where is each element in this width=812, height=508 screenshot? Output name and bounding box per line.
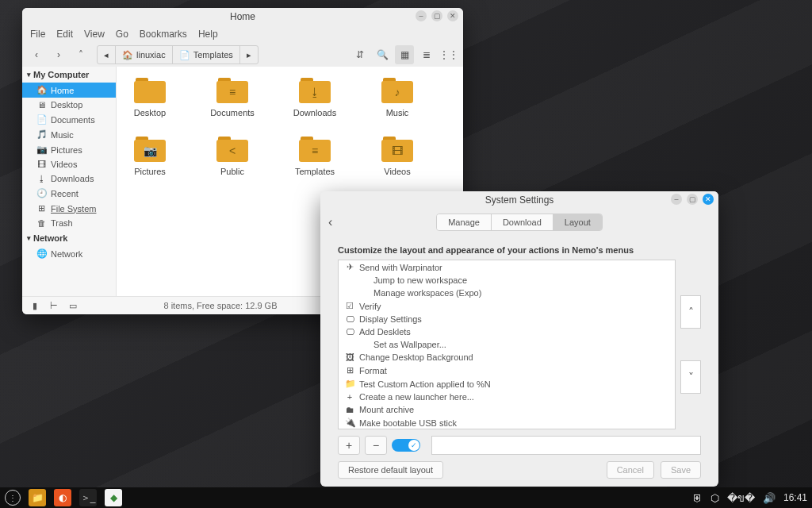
tab-download[interactable]: Download xyxy=(492,214,553,230)
section-title: Customize the layout and appearance of y… xyxy=(338,245,701,255)
minimize-button[interactable]: – xyxy=(416,10,427,21)
sidebar-item-trash[interactable]: 🗑Trash xyxy=(22,216,116,230)
folder-pictures[interactable]: 📷Pictures xyxy=(124,137,175,176)
sidebar-item-pictures[interactable]: 📷Pictures xyxy=(22,142,116,157)
settings-header: ‹ ManageDownloadLayout xyxy=(320,209,718,236)
action-item[interactable]: ⊞Format xyxy=(339,364,675,377)
cancel-button[interactable]: Cancel xyxy=(607,461,654,479)
menu-file[interactable]: File xyxy=(30,29,45,40)
terminal-task-icon[interactable]: ＞_ xyxy=(79,489,97,506)
status-text: 8 items, Free space: 12.9 GB xyxy=(163,301,277,310)
enable-toggle[interactable]: ✓ xyxy=(392,439,420,452)
menu-view[interactable]: View xyxy=(84,29,105,40)
maximize-button[interactable]: ▢ xyxy=(431,10,442,21)
action-item[interactable]: Set as Wallpaper... xyxy=(339,338,675,351)
path-expand[interactable]: ▸ xyxy=(240,46,258,64)
settings-back-button[interactable]: ‹ xyxy=(328,215,332,229)
places-view-icon[interactable]: ▮ xyxy=(29,299,41,312)
restore-default-button[interactable]: Restore default layout xyxy=(338,461,443,479)
close-button[interactable]: ✕ xyxy=(703,194,714,205)
tree-view-icon[interactable]: ⊢ xyxy=(48,299,60,312)
move-up-button[interactable]: ˄ xyxy=(680,295,701,329)
nemo-title: Home xyxy=(230,11,255,22)
move-down-button[interactable]: ˅ xyxy=(680,360,701,394)
start-menu-icon[interactable]: ⋮ xyxy=(5,490,21,506)
sidebar-item-downloads[interactable]: ⭳Downloads xyxy=(22,171,116,186)
tab-layout[interactable]: Layout xyxy=(553,214,602,230)
files-task-icon[interactable]: 📁 xyxy=(29,489,46,506)
folder-desktop[interactable]: Desktop xyxy=(124,78,175,117)
folder-videos[interactable]: 🎞Videos xyxy=(372,137,423,176)
maximize-button[interactable]: ▢ xyxy=(687,194,698,205)
path-segment[interactable]: 📄Templates xyxy=(173,46,240,64)
menu-edit[interactable]: Edit xyxy=(56,29,73,40)
settings-title: System Settings xyxy=(485,194,554,206)
menu-go[interactable]: Go xyxy=(116,29,128,40)
updates-tray-icon[interactable]: ⛨ xyxy=(692,492,703,504)
icon-view-button[interactable]: ▦ xyxy=(395,45,414,64)
folder-downloads[interactable]: ⭳Downloads xyxy=(289,78,340,117)
folder-documents[interactable]: ≡Documents xyxy=(207,78,258,117)
sidebar-item-network[interactable]: 🌐Network xyxy=(22,246,116,261)
volume-tray-icon[interactable]: 🔊 xyxy=(763,492,776,504)
sidebar-item-music[interactable]: 🎵Music xyxy=(22,127,116,142)
sidebar-item-file-system[interactable]: ⊞File System xyxy=(22,201,116,216)
action-item[interactable]: 📁Test Custom Action applied to %N xyxy=(339,377,675,391)
action-name-input[interactable] xyxy=(431,436,701,455)
minimize-button[interactable]: – xyxy=(671,194,682,205)
folder-templates[interactable]: ≡Templates xyxy=(289,137,340,176)
clock[interactable]: 16:41 xyxy=(783,492,807,503)
taskbar: ⋮ 📁 ◐ ＞_ ◆ ⛨ ⬡ �ข� 🔊 16:41 xyxy=(0,487,812,508)
sidebar-item-desktop[interactable]: 🖥Desktop xyxy=(22,98,116,112)
firefox-task-icon[interactable]: ◐ xyxy=(54,489,71,506)
close-button[interactable]: ✕ xyxy=(447,10,458,21)
sidebar-item-videos[interactable]: 🎞Videos xyxy=(22,157,116,171)
settings-tabs: ManageDownloadLayout xyxy=(436,214,603,231)
desktop: Home – ▢ ✕ FileEditViewGoBookmarksHelp ‹… xyxy=(0,0,812,508)
shield-tray-icon[interactable]: ⬡ xyxy=(710,492,719,504)
action-item[interactable]: 🖵Display Settings xyxy=(339,313,675,325)
sidebar-group[interactable]: ▾My Computer xyxy=(22,67,116,83)
add-button[interactable]: + xyxy=(338,436,360,455)
folder-music[interactable]: ♪Music xyxy=(372,78,423,117)
nemo-menubar: FileEditViewGoBookmarksHelp xyxy=(22,25,463,43)
action-item[interactable]: ☑Verify xyxy=(339,299,675,313)
path-segment[interactable]: 🏠linuxiac xyxy=(116,46,173,64)
action-item[interactable]: 🖵Add Desklets xyxy=(339,325,675,338)
compact-view-button[interactable]: ⋮⋮ xyxy=(439,45,458,64)
action-item[interactable]: Jump to new workspace xyxy=(339,274,675,287)
nemo-titlebar[interactable]: Home – ▢ ✕ xyxy=(22,8,463,25)
no-sidebar-icon[interactable]: ▭ xyxy=(67,299,79,312)
action-item[interactable]: Manage workspaces (Expo) xyxy=(339,287,675,299)
remove-button[interactable]: − xyxy=(365,436,387,455)
path-toggle[interactable]: ◂ xyxy=(98,46,116,64)
sidebar-item-documents[interactable]: 📄Documents xyxy=(22,112,116,127)
action-item[interactable]: ✈Send with Warpinator xyxy=(339,260,675,274)
settings-titlebar[interactable]: System Settings – ▢ ✕ xyxy=(320,191,718,209)
list-view-button[interactable]: ≣ xyxy=(417,45,436,64)
system-settings-window: System Settings – ▢ ✕ ‹ ManageDownloadLa… xyxy=(320,191,718,487)
toggle-location-icon[interactable]: ⇵ xyxy=(350,45,370,64)
action-item[interactable]: +Create a new launcher here... xyxy=(339,391,675,403)
actions-listbox[interactable]: ✈Send with WarpinatorJump to new workspa… xyxy=(338,260,676,429)
up-button[interactable]: ˄ xyxy=(71,45,90,64)
menu-help[interactable]: Help xyxy=(198,29,218,40)
action-item[interactable]: 🖼Change Desktop Background xyxy=(339,351,675,364)
tab-manage[interactable]: Manage xyxy=(437,214,492,230)
path-bar[interactable]: ◂ 🏠linuxiac 📄Templates ▸ xyxy=(97,45,259,64)
sidebar-item-home[interactable]: 🏠Home xyxy=(22,83,116,98)
forward-button[interactable]: › xyxy=(49,45,68,64)
action-item[interactable]: 🔌Make bootable USB stick xyxy=(339,416,675,429)
back-button[interactable]: ‹ xyxy=(27,45,46,64)
save-button[interactable]: Save xyxy=(661,461,701,479)
search-icon[interactable]: 🔍 xyxy=(373,45,392,64)
network-tray-icon[interactable]: �ข� xyxy=(727,490,755,506)
folder-public[interactable]: <Public xyxy=(207,137,258,176)
sidebar-item-recent[interactable]: 🕘Recent xyxy=(22,186,116,201)
menu-bookmarks[interactable]: Bookmarks xyxy=(140,29,187,40)
nemo-sidebar: ▾My Computer🏠Home🖥Desktop📄Documents🎵Musi… xyxy=(22,67,117,296)
action-item[interactable]: 🖿Mount archive xyxy=(339,403,675,416)
app-task-icon[interactable]: ◆ xyxy=(105,489,122,506)
sidebar-group[interactable]: ▾Network xyxy=(22,230,116,246)
nemo-toolbar: ‹ › ˄ ◂ 🏠linuxiac 📄Templates ▸ ⇵ 🔍 ▦ ≣ ⋮… xyxy=(22,43,463,67)
